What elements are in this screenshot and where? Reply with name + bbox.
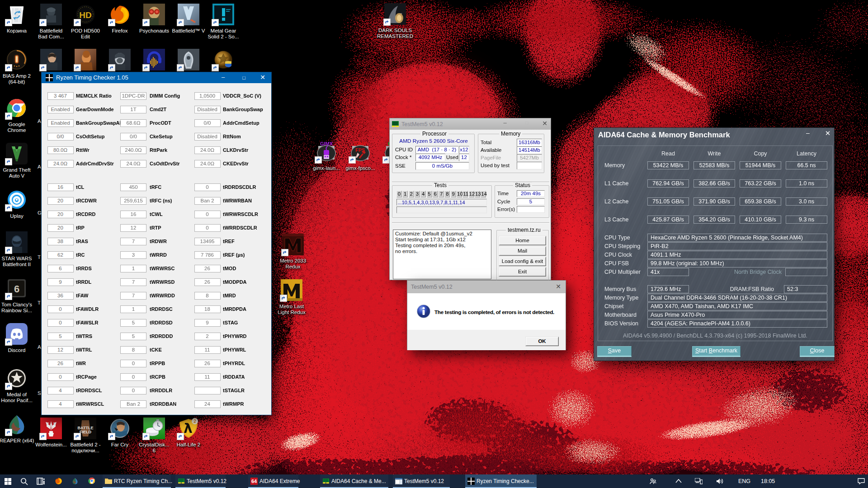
svg-text:2: 2	[193, 419, 196, 424]
svg-text:HD: HD	[79, 10, 91, 20]
svg-text:FIELD: FIELD	[80, 430, 91, 434]
svg-text:6: 6	[14, 283, 19, 295]
